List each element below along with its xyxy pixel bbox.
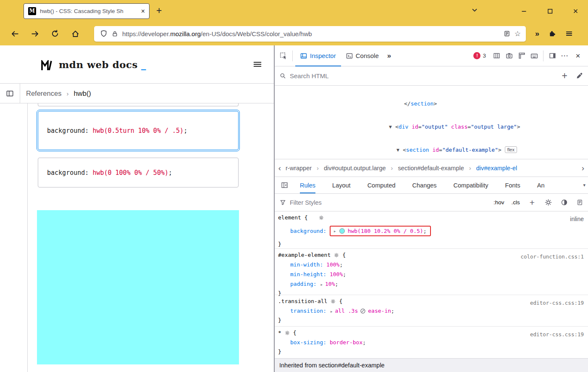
browser-tab[interactable]: M hwb() - CSS: Cascading Style Sh × (24, 3, 150, 19)
browser-window: M hwb() - CSS: Cascading Style Sh × + (0, 0, 588, 372)
sidebar-toggle-icon[interactable] (0, 90, 20, 98)
forward-button[interactable] (28, 26, 42, 41)
code-choice-partial[interactable] (38, 103, 239, 106)
markup-line[interactable]: </section> (275, 98, 588, 109)
tab-strip: M hwb() - CSS: Cascading Style Sh × + (0, 0, 588, 22)
error-badge-icon[interactable]: ! (473, 52, 480, 59)
devtools-close-icon[interactable]: × (571, 51, 585, 61)
meatball-menu-icon[interactable]: ··· (559, 49, 571, 63)
tab-layout[interactable]: Layout (332, 177, 351, 193)
collapse-sidebar-icon[interactable] (275, 177, 294, 193)
breadcrumb-item-selected[interactable]: div#example-el (476, 165, 517, 171)
mdn-favicon-icon: M (28, 7, 36, 15)
window-minimize-button[interactable] (518, 5, 530, 16)
url-domain: mozilla.org (170, 30, 201, 37)
tab-rules[interactable]: Rules (300, 177, 315, 193)
overflow-menu-icon[interactable]: » (535, 29, 539, 38)
new-tab-button[interactable]: + (156, 5, 162, 16)
tabs-dropdown-caret-icon[interactable]: ▾ (583, 182, 585, 188)
bezier-curve-icon[interactable] (360, 308, 366, 314)
breadcrumb-references-link[interactable]: References (26, 90, 61, 98)
reload-button[interactable] (48, 26, 62, 41)
extensions-puzzle-icon[interactable] (549, 30, 556, 37)
css-value: hwb(0.5turn 10% 0% / .5) (92, 127, 184, 135)
reader-view-icon[interactable] (504, 30, 510, 37)
dock-side-icon[interactable] (546, 49, 559, 63)
tab-close-icon[interactable]: × (141, 8, 145, 15)
markup-line[interactable]: ▼<section id="default-example">flex (275, 145, 588, 155)
breadcrumb-item[interactable]: r-wrapper (286, 165, 312, 171)
tab-fonts[interactable]: Fonts (505, 177, 520, 193)
property-name[interactable]: background (290, 228, 323, 234)
light-mode-sun-icon[interactable] (545, 199, 552, 206)
shield-icon[interactable] (100, 30, 108, 37)
pseudo-class-toggle[interactable]: :hov (494, 199, 504, 206)
twisty-closed-icon[interactable]: ▸ (334, 229, 336, 233)
add-rule-plus-icon[interactable]: + (530, 198, 535, 208)
breadcrumb-scroll-left-icon[interactable]: ‹ (275, 159, 285, 177)
tab-console[interactable]: Console (341, 45, 384, 66)
tab-computed[interactable]: Computed (368, 177, 396, 193)
selector-highlighter-icon[interactable] (333, 252, 339, 258)
rules-panel: element {inline background: ▸ hwb(180 10… (275, 211, 588, 358)
columns-layout-icon[interactable] (490, 49, 503, 63)
filter-styles-input[interactable] (290, 199, 494, 206)
bookmark-star-icon[interactable]: ☆ (514, 29, 521, 38)
twisty-closed-icon[interactable]: ▸ (320, 282, 323, 287)
example-output-swatch (37, 210, 239, 364)
stylesheet-link[interactable]: editor-css.css:19 (530, 330, 584, 339)
more-tabs-chevron[interactable]: » (384, 52, 394, 60)
rule-selector[interactable]: #example-element (278, 252, 331, 258)
rule-selector[interactable]: .transition-all (278, 298, 327, 304)
code-choice-selected[interactable]: background: hwb(0.5turn 10% 0% / .5); (38, 111, 239, 150)
twisty-open-icon[interactable]: ▼ (396, 148, 403, 152)
breadcrumb-scroll-right-icon[interactable]: › (578, 159, 588, 177)
eyedropper-icon[interactable] (576, 72, 583, 79)
pick-element-icon[interactable] (277, 49, 290, 63)
rule-selector[interactable]: * (278, 330, 281, 336)
selector-highlighter-icon[interactable] (330, 298, 336, 304)
breadcrumb-item[interactable]: div#output.output.large (324, 165, 386, 171)
stylesheet-link[interactable]: editor-css.css:19 (530, 298, 584, 308)
mdn-menu-hamburger-icon[interactable] (253, 60, 262, 69)
console-icon (346, 53, 353, 59)
tab-animations-truncated[interactable]: An (537, 177, 545, 193)
mdn-logo-icon (41, 60, 55, 70)
app-menu-hamburger-icon[interactable] (565, 30, 573, 37)
screenshot-camera-icon[interactable] (503, 49, 515, 63)
back-button[interactable] (8, 26, 22, 41)
tab-changes[interactable]: Changes (412, 177, 437, 193)
home-button[interactable] (68, 26, 82, 41)
twisty-closed-icon[interactable]: ▸ (331, 309, 333, 314)
mdn-logo[interactable]: mdn web docs _ (41, 59, 146, 70)
window-close-button[interactable] (570, 5, 581, 16)
stylesheet-link[interactable]: color-function.css:1 (520, 252, 584, 261)
tab-compatibility[interactable]: Compatibility (454, 177, 488, 193)
breadcrumb-item[interactable]: section#default-example (398, 165, 464, 171)
html-search-input[interactable] (290, 72, 559, 79)
print-media-icon[interactable] (577, 199, 583, 206)
keyboard-icon[interactable] (528, 49, 541, 63)
color-swatch[interactable] (339, 228, 345, 234)
css-property: background (47, 127, 85, 135)
selector-highlighter-icon[interactable] (284, 330, 290, 336)
rulers-icon[interactable] (515, 49, 528, 63)
url-bar[interactable]: https://developer.mozilla.org/en-US/docs… (94, 26, 526, 42)
class-toggle[interactable]: .cls (511, 199, 520, 206)
tab-inspector-label: Inspector (310, 52, 336, 59)
selector-highlighter-icon[interactable] (318, 215, 324, 221)
property-value[interactable]: hwb(180 10.2% 0% / 0.5) (348, 228, 423, 234)
markup-line[interactable]: ▼<div id="output" class="output large"> (275, 121, 588, 132)
window-maximize-button[interactable] (544, 5, 556, 16)
list-tabs-chevron-icon[interactable] (471, 7, 478, 13)
example-left-border (27, 103, 28, 372)
url-scheme: https://developer. (122, 30, 170, 37)
code-choice[interactable]: background: hwb(0 100% 0% / 50%); (38, 158, 239, 187)
twisty-open-icon[interactable]: ▼ (389, 125, 395, 129)
css-value: hwb(0 100% 0% / 50%) (92, 169, 168, 177)
flex-badge[interactable]: flex (505, 146, 517, 153)
create-node-plus-icon[interactable]: + (562, 70, 567, 82)
tab-inspector[interactable]: Inspector (295, 45, 341, 66)
lock-icon[interactable] (112, 31, 118, 37)
dark-mode-moon-icon[interactable] (561, 199, 568, 206)
